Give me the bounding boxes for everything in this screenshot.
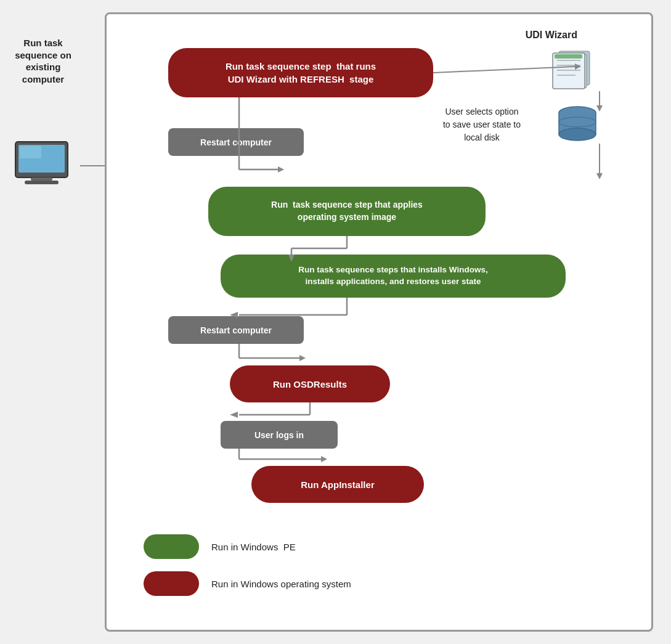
legend-red-label: Run in Windows operating system bbox=[211, 579, 351, 589]
step8-appinstaller: Run AppInstaller bbox=[251, 466, 424, 503]
page-root: Run tasksequence onexistingcomputer UDI … bbox=[0, 0, 671, 644]
legend-green-label: Run in Windows PE bbox=[211, 542, 296, 552]
main-diagram-box: UDI Wizard bbox=[105, 12, 653, 632]
legend-item-green: Run in Windows PE bbox=[144, 534, 351, 559]
svg-marker-24 bbox=[596, 173, 603, 179]
legend-item-red: Run in Windows operating system bbox=[144, 571, 351, 596]
legend-green-pill bbox=[144, 534, 199, 559]
step4-install-windows: Run task sequence steps that installs Wi… bbox=[221, 255, 566, 298]
svg-marker-28 bbox=[278, 166, 284, 173]
svg-point-17 bbox=[559, 128, 596, 141]
step5-restart: Restart computer bbox=[168, 316, 304, 344]
svg-rect-4 bbox=[25, 181, 59, 184]
svg-rect-12 bbox=[555, 54, 582, 59]
svg-rect-3 bbox=[31, 177, 52, 181]
svg-marker-38 bbox=[299, 355, 306, 361]
user-option-text: User selects optionto save user state to… bbox=[420, 105, 543, 144]
svg-rect-2 bbox=[20, 146, 41, 158]
legend: Run in Windows PE Run in Windows operati… bbox=[144, 534, 351, 596]
svg-marker-44 bbox=[321, 456, 327, 462]
connector-line bbox=[80, 165, 108, 166]
left-label: Run tasksequence onexistingcomputer bbox=[3, 37, 83, 85]
step1-run-refresh: Run task sequence step that runsUDI Wiza… bbox=[168, 48, 433, 97]
legend-red-pill bbox=[144, 571, 199, 596]
step2-restart: Restart computer bbox=[168, 128, 304, 156]
step6-osdresults: Run OSDResults bbox=[230, 365, 390, 402]
svg-marker-41 bbox=[230, 412, 238, 418]
udi-wizard-label: UDI Wizard bbox=[526, 30, 577, 41]
step3-apply-os: Run task sequence step that appliesopera… bbox=[208, 187, 486, 236]
step7-user-login: User logs in bbox=[221, 421, 338, 449]
udi-wizard-icon bbox=[550, 48, 599, 91]
computer-icon bbox=[12, 139, 80, 194]
database-icon bbox=[556, 104, 599, 141]
